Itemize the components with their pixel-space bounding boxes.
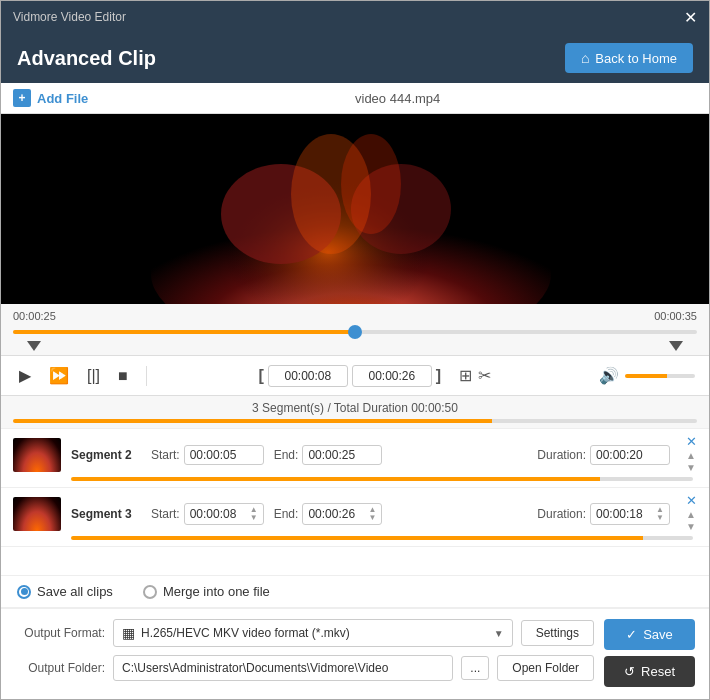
segment-down-3[interactable]: ▼ <box>686 521 697 533</box>
format-select[interactable]: ▦ H.265/HEVC MKV video format (*.mkv) ▼ <box>113 619 513 647</box>
segment-up-3[interactable]: ▲ <box>686 509 697 521</box>
segment-actions-3: ✕ ▲ ▼ <box>686 494 697 533</box>
end-down-3[interactable]: ▼ <box>368 514 376 522</box>
reset-label: Reset <box>641 664 675 679</box>
timeline-area: 00:00:25 00:00:35 <box>1 304 709 356</box>
frame-step-button[interactable]: [|] <box>83 365 104 387</box>
segment-actions-2: ✕ ▲ ▼ <box>686 435 697 474</box>
segment-start-field-3: Start: 00:00:08 ▲ ▼ <box>151 503 264 525</box>
time-bracket: [ 00:00:08 00:00:26 ] <box>259 365 442 387</box>
segment-bar-3 <box>71 536 693 540</box>
play-icon: ▶ <box>19 366 31 385</box>
time-labels: 00:00:25 00:00:35 <box>13 310 697 322</box>
video-canvas <box>1 114 709 304</box>
format-label: Output Format: <box>15 626 105 640</box>
segments-summary: 3 Segment(s) / Total Duration 00:00:50 <box>252 401 458 415</box>
window-title: Vidmore Video Editor <box>13 10 126 24</box>
save-button[interactable]: ✓ Save <box>604 619 695 650</box>
video-preview <box>1 114 709 304</box>
output-folder-row: Output Folder: C:\Users\Administrator\Do… <box>15 655 594 681</box>
left-trim-handle[interactable] <box>27 341 41 351</box>
segment-start-time-3[interactable]: 00:00:08 ▲ ▼ <box>184 503 264 525</box>
right-trim-handle[interactable] <box>669 341 683 351</box>
start-label-2: Start: <box>151 448 180 462</box>
segment-duration-val-3[interactable]: 00:00:18 ▲ ▼ <box>590 503 670 525</box>
clip-start-time[interactable]: 00:00:08 <box>268 365 348 387</box>
duration-label-2: Duration: <box>537 448 586 462</box>
segment-start-time-2[interactable]: 00:00:05 <box>184 445 264 465</box>
reset-button[interactable]: ↺ Reset <box>604 656 695 687</box>
segment-close-3[interactable]: ✕ <box>686 494 697 507</box>
volume-area: 🔊 <box>599 366 695 385</box>
options-bar: Save all clips Merge into one file <box>1 575 709 608</box>
end-spinners-3: ▲ ▼ <box>368 506 376 522</box>
duration-down-3[interactable]: ▼ <box>656 514 664 522</box>
volume-icon: 🔊 <box>599 366 619 385</box>
scrubber-fill <box>13 330 355 334</box>
browse-folder-button[interactable]: ... <box>461 656 489 680</box>
segment-end-time-3[interactable]: 00:00:26 ▲ ▼ <box>302 503 382 525</box>
segment-end-field-3: End: 00:00:26 ▲ ▼ <box>274 503 383 525</box>
scrubber-thumb[interactable] <box>348 325 362 339</box>
segment-close-2[interactable]: ✕ <box>686 435 697 448</box>
add-file-button[interactable]: + Add File <box>13 89 88 107</box>
save-all-radio[interactable] <box>17 585 31 599</box>
start-label-3: Start: <box>151 507 180 521</box>
main-window: Vidmore Video Editor ✕ Advanced Clip ⌂ B… <box>0 0 710 700</box>
back-btn-label: Back to Home <box>595 51 677 66</box>
settings-button[interactable]: Settings <box>521 620 594 646</box>
segments-list: Segment 2 Start: 00:00:05 End: 00:00:25 … <box>1 429 709 575</box>
clip-icon-1[interactable]: ⊞ <box>459 366 472 385</box>
bracket-open: [ <box>259 367 264 385</box>
segment-move-2: ▲ ▼ <box>686 450 697 474</box>
end-label-2: End: <box>274 448 299 462</box>
timeline-end-time: 00:00:35 <box>654 310 697 322</box>
start-spinners-3: ▲ ▼ <box>250 506 258 522</box>
reset-icon: ↺ <box>624 664 635 679</box>
segment-up-2[interactable]: ▲ <box>686 450 697 462</box>
stop-icon: ■ <box>118 367 128 385</box>
segment-duration-2: Duration: 00:00:20 <box>537 445 670 465</box>
clip-icon-2[interactable]: ✂ <box>478 366 491 385</box>
output-actions-wrapper: Output Format: ▦ H.265/HEVC MKV video fo… <box>15 619 695 689</box>
thumb-fire-2 <box>13 438 61 472</box>
end-label-3: End: <box>274 507 299 521</box>
clip-icons: ⊞ ✂ <box>459 366 491 385</box>
trim-handles <box>13 341 697 351</box>
volume-slider[interactable] <box>625 374 695 378</box>
segment-item-2: Segment 2 Start: 00:00:05 End: 00:00:25 … <box>1 429 709 488</box>
bracket-close: ] <box>436 367 441 385</box>
add-file-icon: + <box>13 89 31 107</box>
stop-button[interactable]: ■ <box>114 365 132 387</box>
svg-point-6 <box>341 134 401 234</box>
merge-radio[interactable] <box>143 585 157 599</box>
add-file-label: Add File <box>37 91 88 106</box>
output-area: Output Format: ▦ H.265/HEVC MKV video fo… <box>1 608 709 699</box>
file-name: video 444.mp4 <box>98 91 697 106</box>
skip-icon: ⏩ <box>49 366 69 385</box>
output-format-row: Output Format: ▦ H.265/HEVC MKV video fo… <box>15 619 594 647</box>
timeline-start-time: 00:00:25 <box>13 310 56 322</box>
merge-label: Merge into one file <box>163 584 270 599</box>
segment-end-time-2[interactable]: 00:00:25 <box>302 445 382 465</box>
folder-path[interactable]: C:\Users\Administrator\Documents\Vidmore… <box>113 655 453 681</box>
merge-option[interactable]: Merge into one file <box>143 584 270 599</box>
close-button[interactable]: ✕ <box>684 8 697 27</box>
segment-start-field-2: Start: 00:00:05 <box>151 445 264 465</box>
play-button[interactable]: ▶ <box>15 364 35 387</box>
start-down-3[interactable]: ▼ <box>250 514 258 522</box>
segments-total-bar <box>13 419 697 423</box>
format-select-inner: ▦ H.265/HEVC MKV video format (*.mkv) <box>122 625 350 641</box>
segment-down-2[interactable]: ▼ <box>686 462 697 474</box>
segment-row-3: Segment 3 Start: 00:00:08 ▲ ▼ End: 00:00… <box>13 494 697 533</box>
segment-duration-val-2: 00:00:20 <box>590 445 670 465</box>
skip-forward-button[interactable]: ⏩ <box>45 364 73 387</box>
scrubber-track[interactable] <box>13 325 697 339</box>
save-all-option[interactable]: Save all clips <box>17 584 113 599</box>
open-folder-button[interactable]: Open Folder <box>497 655 594 681</box>
back-to-home-button[interactable]: ⌂ Back to Home <box>565 43 693 73</box>
title-bar: Vidmore Video Editor ✕ <box>1 1 709 33</box>
format-value: H.265/HEVC MKV video format (*.mkv) <box>141 626 350 640</box>
segment-thumb-2 <box>13 438 61 472</box>
clip-end-time[interactable]: 00:00:26 <box>352 365 432 387</box>
